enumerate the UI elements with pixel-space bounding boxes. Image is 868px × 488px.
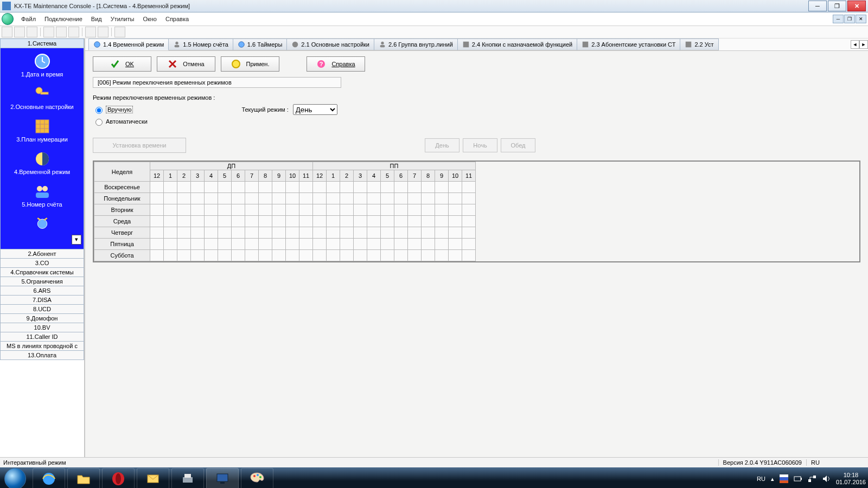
schedule-cell[interactable] <box>272 227 286 239</box>
schedule-cell[interactable] <box>394 239 408 250</box>
schedule-cell[interactable] <box>394 193 408 204</box>
taskbar-app-opera[interactable] <box>102 468 135 488</box>
schedule-cell[interactable] <box>218 216 232 227</box>
tab-intgroup[interactable]: 2.6 Группа внутр.линий <box>374 38 458 50</box>
schedule-cell[interactable] <box>232 239 245 250</box>
schedule-cell[interactable] <box>205 182 218 193</box>
schedule-cell[interactable] <box>449 216 462 227</box>
schedule-cell[interactable] <box>259 204 272 216</box>
toolbar-sync-icon[interactable] <box>68 27 79 37</box>
ok-button[interactable]: OK <box>93 56 151 72</box>
sidebar-group-disa[interactable]: 7.DISA <box>0 296 84 305</box>
schedule-cell[interactable] <box>435 250 449 261</box>
schedule-cell[interactable] <box>232 204 245 216</box>
sidebar-group-callerid[interactable]: 11.Caller ID <box>0 332 84 342</box>
schedule-cell[interactable] <box>177 204 191 216</box>
schedule-cell[interactable] <box>394 250 408 261</box>
sidebar-item-datetime[interactable]: 1.Дата и время <box>1 48 84 81</box>
schedule-cell[interactable] <box>422 250 435 261</box>
schedule-cell[interactable] <box>367 193 381 204</box>
toolbar-open-icon[interactable] <box>14 27 25 37</box>
help-button[interactable]: ? Справка <box>307 56 365 72</box>
schedule-cell[interactable] <box>259 227 272 239</box>
toolbar-new-icon[interactable] <box>2 27 12 37</box>
schedule-cell[interactable] <box>381 193 394 204</box>
mode-auto-radio[interactable] <box>95 119 103 126</box>
tray-chevron-icon[interactable]: ▴ <box>771 476 774 483</box>
schedule-cell[interactable] <box>164 239 177 250</box>
menu-window[interactable]: Окно <box>138 15 161 23</box>
schedule-cell[interactable] <box>422 193 435 204</box>
schedule-cell[interactable] <box>435 239 449 250</box>
schedule-cell[interactable] <box>340 216 354 227</box>
schedule-cell[interactable] <box>205 250 218 261</box>
sidebar-group-co[interactable]: 3.CO <box>0 259 84 268</box>
toolbar-upload-icon[interactable] <box>43 27 54 37</box>
schedule-cell[interactable] <box>245 204 259 216</box>
schedule-cell[interactable] <box>394 216 408 227</box>
volume-icon[interactable] <box>822 474 831 483</box>
taskbar-app-explorer[interactable] <box>67 468 100 488</box>
schedule-cell[interactable] <box>272 193 286 204</box>
schedule-cell[interactable] <box>150 182 164 193</box>
schedule-cell[interactable] <box>218 193 232 204</box>
schedule-cell[interactable] <box>245 182 259 193</box>
schedule-cell[interactable] <box>286 239 299 250</box>
schedule-cell[interactable] <box>272 204 286 216</box>
schedule-cell[interactable] <box>245 193 259 204</box>
schedule-cell[interactable] <box>462 239 476 250</box>
schedule-cell[interactable] <box>245 227 259 239</box>
schedule-cell[interactable] <box>286 216 299 227</box>
schedule-cell[interactable] <box>259 193 272 204</box>
schedule-cell[interactable] <box>205 216 218 227</box>
schedule-cell[interactable] <box>218 250 232 261</box>
schedule-cell[interactable] <box>177 227 191 239</box>
schedule-cell[interactable] <box>367 227 381 239</box>
schedule-cell[interactable] <box>177 216 191 227</box>
schedule-cell[interactable] <box>218 239 232 250</box>
schedule-cell[interactable] <box>435 182 449 193</box>
mode-lunch-button[interactable]: Обед <box>501 138 535 152</box>
schedule-cell[interactable] <box>394 182 408 193</box>
schedule-cell[interactable] <box>381 216 394 227</box>
apply-button[interactable]: Примен. <box>221 56 279 72</box>
schedule-cell[interactable] <box>299 227 313 239</box>
schedule-cell[interactable] <box>435 204 449 216</box>
schedule-cell[interactable] <box>422 182 435 193</box>
sidebar-group-ms[interactable]: MS в линиях проводной с <box>0 342 84 351</box>
schedule-cell[interactable] <box>191 250 205 261</box>
schedule-cell[interactable] <box>449 239 462 250</box>
tab-ct-settings2[interactable]: 2.2 Уст <box>680 38 718 50</box>
schedule-cell[interactable] <box>164 204 177 216</box>
schedule-cell[interactable] <box>408 216 422 227</box>
tab-scroll-left-button[interactable]: ◄ <box>851 40 859 49</box>
schedule-cell[interactable] <box>367 216 381 227</box>
schedule-cell[interactable] <box>408 239 422 250</box>
network-icon[interactable] <box>808 474 816 483</box>
schedule-cell[interactable] <box>327 193 340 204</box>
schedule-cell[interactable] <box>164 227 177 239</box>
schedule-cell[interactable] <box>462 204 476 216</box>
schedule-cell[interactable] <box>299 216 313 227</box>
schedule-cell[interactable] <box>150 193 164 204</box>
schedule-cell[interactable] <box>408 227 422 239</box>
schedule-cell[interactable] <box>191 204 205 216</box>
menu-view[interactable]: Вид <box>87 15 106 23</box>
schedule-cell[interactable] <box>164 182 177 193</box>
schedule-cell[interactable] <box>327 216 340 227</box>
schedule-cell[interactable] <box>354 216 367 227</box>
sidebar-group-billing[interactable]: 13.Оплата <box>0 351 84 360</box>
schedule-cell[interactable] <box>313 250 327 261</box>
schedule-cell[interactable] <box>394 227 408 239</box>
schedule-cell[interactable] <box>408 193 422 204</box>
window-maximize-button[interactable] <box>828 1 846 11</box>
taskbar-app-outlook[interactable] <box>137 468 169 488</box>
schedule-cell[interactable] <box>205 239 218 250</box>
schedule-cell[interactable] <box>422 216 435 227</box>
sidebar-item-numbering[interactable]: 3.План нумерации <box>1 113 84 146</box>
toolbar-exit-icon[interactable] <box>114 27 125 37</box>
schedule-cell[interactable] <box>313 227 327 239</box>
schedule-cell[interactable] <box>462 250 476 261</box>
schedule-cell[interactable] <box>462 182 476 193</box>
schedule-cell[interactable] <box>232 216 245 227</box>
